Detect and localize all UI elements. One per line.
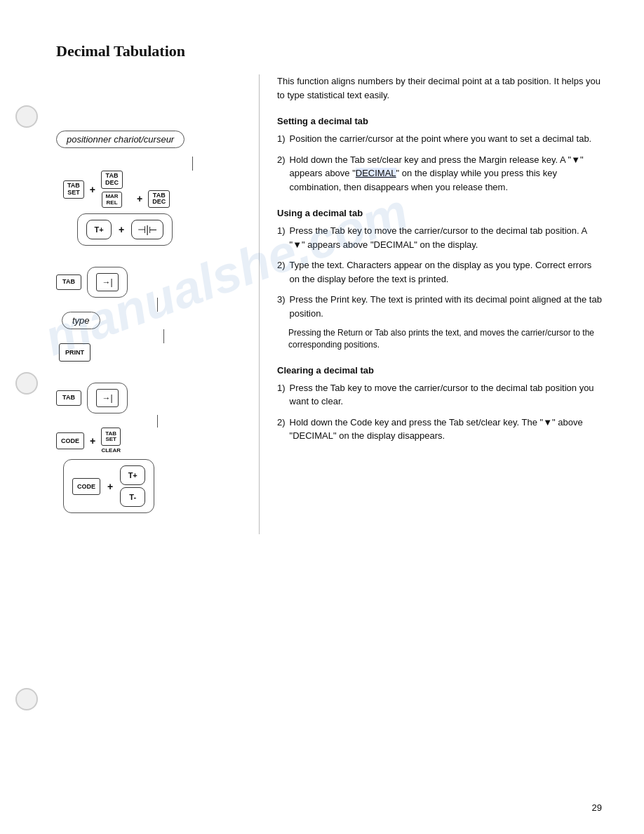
using-step-2: 2) Type the text. Characters appear on t…	[277, 258, 602, 286]
clearing-step-2: 2) Hold down the Code key and press the …	[277, 416, 602, 443]
setting-group-box: T+ + ⊣|⊢	[77, 213, 173, 246]
connector-line-4	[157, 415, 158, 428]
clearing-section: Clearing a decimal tab 1) Press the Tab …	[277, 365, 602, 443]
plus-sign-1: +	[90, 184, 95, 195]
step-text-c1: Press the Tab key to move the carrier/cu…	[290, 381, 602, 409]
connector-line-1	[192, 157, 193, 171]
using-extra-text: Pressing the Return or Tab also prints t…	[288, 327, 602, 351]
using-diagram: TAB →| type	[56, 267, 245, 362]
deco-circle-3	[15, 688, 38, 710]
clearing-group-box-2: CODE + T+ T-	[63, 459, 154, 513]
page-title: Decimal Tabulation	[56, 42, 602, 60]
step-text-u3: Press the Print key. The text is printed…	[290, 293, 602, 320]
deco-circle-1	[15, 105, 38, 128]
step-text-u1: Press the Tab key to move the carrier/cu…	[290, 224, 602, 251]
plus-sign-3: +	[119, 224, 124, 235]
mar-rel-key: MAR REL	[102, 192, 121, 208]
setting-heading: Setting a decimal tab	[277, 116, 602, 126]
page-number: 29	[592, 802, 602, 813]
step-num-u2: 2)	[277, 258, 286, 286]
clearing-diagram: TAB →| CODE + TAB	[56, 383, 245, 513]
pill-label: positionner chariot/curseur	[56, 131, 185, 148]
page: manualshe.com Decimal Tabulation positio…	[0, 0, 644, 834]
connector-line-2	[157, 298, 158, 312]
setting-step-2: 2) Hold down the Tab set/clear key and p…	[277, 153, 602, 194]
t-plus-key: T+	[86, 220, 112, 239]
clearing-heading: Clearing a decimal tab	[277, 365, 602, 376]
decimal-arrow-key: ⊣|⊢	[131, 220, 163, 239]
step-text-c2: Hold down the Code key and press the Tab…	[290, 416, 602, 443]
setting-diagram: positionner chariot/curseur TAB SET +	[56, 131, 245, 246]
step-text-u2: Type the text. Characters appear on the …	[290, 258, 602, 286]
tab-dec-key-top: TAB DEC	[101, 171, 123, 189]
step-num-s2: 2)	[277, 153, 286, 194]
tab-key-clearing: TAB	[56, 390, 81, 406]
plus-sign-2: +	[137, 193, 142, 204]
setting-section: Setting a decimal tab 1) Position the ca…	[277, 116, 602, 194]
tab-set-key: TAB SET	[63, 180, 84, 199]
step-num-c2: 2)	[277, 416, 286, 443]
deco-circle-2	[15, 372, 38, 395]
code-key: CODE	[56, 432, 84, 449]
t-plus-key-2: T+	[120, 465, 145, 485]
using-step-3: 3) Press the Print key. The text is prin…	[277, 293, 602, 320]
connector-line-3	[163, 329, 164, 343]
setting-step-1: 1) Position the carrier/cursor at the po…	[277, 132, 602, 146]
plus-sign-5: +	[107, 481, 113, 492]
tab-key-using: TAB	[56, 274, 81, 290]
step-num-s1: 1)	[277, 132, 286, 146]
code-key-2: CODE	[72, 478, 100, 495]
step-num-c1: 1)	[277, 381, 286, 409]
step-num-u3: 3)	[277, 293, 286, 320]
type-pill: type	[62, 312, 100, 329]
step-text-s2: Hold down the Tab set/clear key and pres…	[290, 153, 602, 194]
plus-sign-4: +	[90, 435, 95, 446]
left-diagrams-column: positionner chariot/curseur TAB SET +	[56, 74, 260, 534]
clearing-step-1: 1) Press the Tab key to move the carrier…	[277, 381, 602, 409]
tab-arrow-key-clear: →|	[96, 389, 119, 407]
using-step-1: 1) Press the Tab key to move the carrier…	[277, 224, 602, 251]
intro-text: This function aligns numbers by their de…	[277, 74, 602, 102]
tab-set-clear-key: TAB SET	[101, 428, 121, 446]
clear-label: CLEAR	[101, 447, 121, 454]
using-heading: Using a decimal tab	[277, 208, 602, 218]
step-num-u1: 1)	[277, 224, 286, 251]
tab-dec-key-right: TAB DEC	[148, 190, 170, 208]
right-text-column: This function aligns numbers by their de…	[260, 74, 602, 534]
using-section: Using a decimal tab 1) Press the Tab key…	[277, 208, 602, 351]
step-text-s1: Position the carrier/cursor at the point…	[290, 132, 592, 146]
clearing-group-box-1: →|	[87, 383, 128, 413]
tab-arrow-key: →|	[96, 273, 119, 291]
using-group-box-1: →|	[87, 267, 128, 298]
t-minus-key: T-	[120, 487, 145, 507]
print-key: PRINT	[59, 343, 90, 362]
